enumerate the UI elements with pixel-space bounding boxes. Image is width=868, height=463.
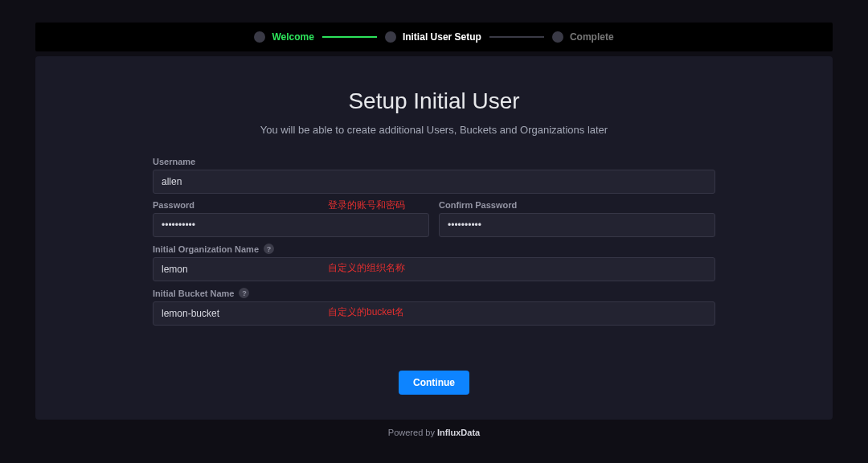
step-welcome: Welcome [254, 31, 313, 43]
continue-button[interactable]: Continue [399, 371, 469, 395]
help-icon[interactable]: ? [239, 288, 249, 298]
password-input[interactable] [153, 213, 429, 237]
step-label: Initial User Setup [403, 31, 481, 43]
step-label: Complete [570, 31, 614, 43]
step-label: Welcome [272, 31, 313, 43]
setup-panel: Setup Initial User You will be able to c… [35, 56, 833, 420]
step-circle-icon [552, 31, 563, 43]
step-connector [489, 36, 544, 38]
org-input[interactable] [153, 257, 715, 281]
step-initial-user-setup: Initial User Setup [385, 31, 481, 43]
username-input[interactable] [153, 170, 715, 194]
stepper-bar: Welcome Initial User Setup Complete [35, 23, 833, 51]
setup-form: Username Password Confirm Password 登录的账号… [153, 157, 715, 395]
bucket-label-text: Initial Bucket Name [153, 289, 234, 298]
footer-prefix: Powered by [388, 428, 437, 437]
confirm-password-input[interactable] [439, 213, 715, 237]
footer: Powered by InfluxData [0, 428, 868, 437]
help-icon[interactable]: ? [264, 244, 274, 254]
footer-brand: InfluxData [437, 428, 480, 437]
step-connector [322, 36, 377, 38]
page-subtitle: You will be able to create additional Us… [35, 124, 833, 136]
bucket-input[interactable] [153, 301, 715, 326]
org-label-text: Initial Organization Name [153, 244, 259, 254]
password-label: Password [153, 200, 429, 210]
username-label: Username [153, 157, 715, 166]
org-label: Initial Organization Name ? [153, 244, 715, 254]
step-complete: Complete [552, 31, 614, 43]
page-title: Setup Initial User [35, 88, 833, 114]
bucket-label: Initial Bucket Name ? [153, 288, 715, 298]
step-circle-icon [385, 31, 396, 43]
confirm-password-label: Confirm Password [439, 200, 715, 210]
step-circle-icon [254, 31, 265, 43]
